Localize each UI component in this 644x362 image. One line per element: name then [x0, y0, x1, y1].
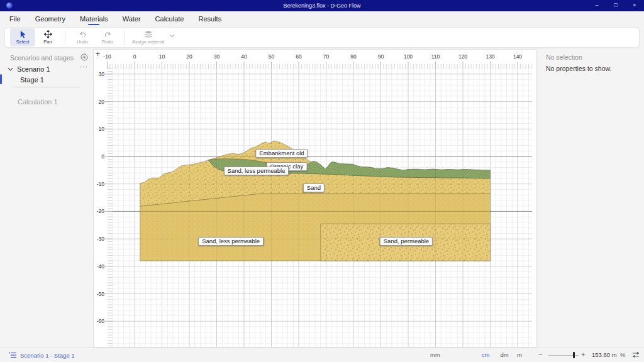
add-scenario-icon[interactable]: [80, 53, 88, 61]
undo-button[interactable]: Undo: [70, 28, 95, 47]
pan-tool-button[interactable]: Pan: [35, 28, 60, 47]
material-label[interactable]: Embankment old: [255, 149, 308, 158]
svg-text:20: 20: [99, 99, 105, 105]
svg-text:50: 50: [269, 53, 275, 60]
sidebar-item-stage-1[interactable]: Stage 1: [20, 75, 44, 85]
main-area: Scenarios and stages Scenario 1 ··· Stag…: [0, 49, 644, 348]
sidebar-divider: [13, 87, 80, 87]
title-bar: Berekening3.flox - D-Geo Flow – □ ×: [0, 0, 644, 11]
svg-text:-10: -10: [97, 181, 105, 187]
material-label[interactable]: Sand, permeable: [380, 237, 433, 246]
zoom-slider-handle[interactable]: [573, 352, 575, 358]
maximize-button[interactable]: □: [606, 0, 625, 11]
pan-icon: [44, 30, 52, 38]
svg-text:-10: -10: [103, 53, 111, 60]
toolbar: Select Pan Undo: [0, 26, 644, 49]
selection-status: No selection: [546, 53, 638, 61]
menu-item-materials[interactable]: Materials: [78, 11, 110, 26]
menu-item-geometry[interactable]: Geometry: [33, 11, 67, 26]
svg-text:70: 70: [323, 53, 330, 60]
svg-text:30: 30: [214, 53, 220, 60]
scenarios-panel-title: Scenarios and stages: [10, 54, 74, 62]
active-stage-indicator: [0, 74, 2, 84]
menu-item-results[interactable]: Results: [196, 11, 223, 26]
layers-icon: [143, 30, 153, 38]
unit-button-m[interactable]: m: [513, 348, 526, 362]
active-scenario-stage[interactable]: Scenario 1 - Stage 1: [9, 348, 75, 362]
scenario-label: Scenario 1: [17, 65, 50, 73]
material-label[interactable]: Sand, less permeable: [198, 237, 264, 246]
menu-item-file[interactable]: File: [8, 11, 23, 26]
menu-bar: FileGeometryMaterialsWaterCalculateResul…: [0, 11, 644, 26]
zoom-percent-icon[interactable]: %: [620, 348, 625, 362]
svg-text:30: 30: [99, 71, 105, 77]
scale-readout: 153.60 m: [592, 348, 617, 362]
toolbar-separator: [65, 31, 65, 45]
svg-text:100: 100: [404, 53, 413, 60]
scenario-list-icon: [9, 352, 16, 358]
svg-text:-20: -20: [97, 208, 105, 214]
zoom-in-button[interactable]: +: [581, 348, 585, 362]
svg-text:60: 60: [296, 53, 302, 60]
window-title: Berekening3.flox - D-Geo Flow: [0, 0, 644, 11]
chevron-down-icon[interactable]: [8, 67, 13, 72]
properties-empty-message: No properties to show.: [546, 65, 638, 72]
minimize-button[interactable]: –: [587, 0, 606, 11]
geometry-canvas[interactable]: + -1001020304050607080901001101201301403…: [93, 49, 536, 348]
scenarios-panel: Scenarios and stages Scenario 1 ··· Stag…: [0, 49, 93, 348]
svg-text:-40: -40: [97, 263, 105, 270]
svg-text:110: 110: [431, 53, 440, 60]
assign-material-button[interactable]: Assign material: [130, 28, 167, 47]
unit-button-dm[interactable]: dm: [498, 348, 511, 362]
svg-text:90: 90: [378, 53, 384, 60]
svg-text:0: 0: [133, 53, 136, 60]
redo-button[interactable]: Redo: [95, 28, 120, 47]
svg-text:40: 40: [241, 53, 247, 60]
svg-text:-60: -60: [97, 318, 105, 324]
svg-text:120: 120: [458, 53, 467, 60]
select-tool-button[interactable]: Select: [10, 28, 35, 47]
svg-text:20: 20: [186, 53, 192, 60]
app-window: Berekening3.flox - D-Geo Flow – □ × File…: [0, 0, 644, 362]
sidebar-item-calculation-1[interactable]: Calculation 1: [18, 98, 58, 106]
svg-text:0: 0: [101, 153, 104, 160]
svg-text:10: 10: [159, 53, 165, 60]
toolbar-separator: [125, 31, 125, 45]
svg-text:130: 130: [486, 53, 494, 60]
zoom-fit-icon[interactable]: [632, 351, 640, 358]
toolbar-card: Select Pan Undo: [4, 27, 640, 48]
chevron-down-icon[interactable]: [170, 34, 175, 38]
svg-text:-30: -30: [97, 236, 105, 242]
zoom-out-button[interactable]: −: [538, 348, 542, 362]
unit-button-mm[interactable]: mm: [429, 348, 441, 362]
sidebar-item-scenario-1[interactable]: Scenario 1: [8, 65, 50, 73]
svg-text:80: 80: [350, 53, 357, 60]
status-bar: Scenario 1 - Stage 1 mmcmdmm − + 153.60 …: [0, 348, 644, 362]
undo-icon: [79, 30, 87, 38]
menu-item-calculate[interactable]: Calculate: [153, 11, 186, 26]
scenario-more-icon[interactable]: ···: [79, 63, 88, 70]
material-label[interactable]: Sand: [303, 184, 325, 192]
material-label[interactable]: Sand, less permeable: [224, 167, 289, 175]
properties-panel: No selection No properties to show.: [540, 49, 644, 348]
close-button[interactable]: ×: [625, 0, 644, 11]
unit-button-cm[interactable]: cm: [479, 348, 492, 362]
cursor-icon: [19, 30, 27, 38]
redo-icon: [104, 30, 112, 38]
svg-text:140: 140: [513, 53, 522, 60]
menu-item-water[interactable]: Water: [121, 11, 143, 26]
svg-text:-50: -50: [97, 291, 105, 297]
cross-section-drawing[interactable]: -100102030405060708090100110120130140302…: [94, 50, 536, 347]
svg-text:10: 10: [99, 126, 105, 132]
